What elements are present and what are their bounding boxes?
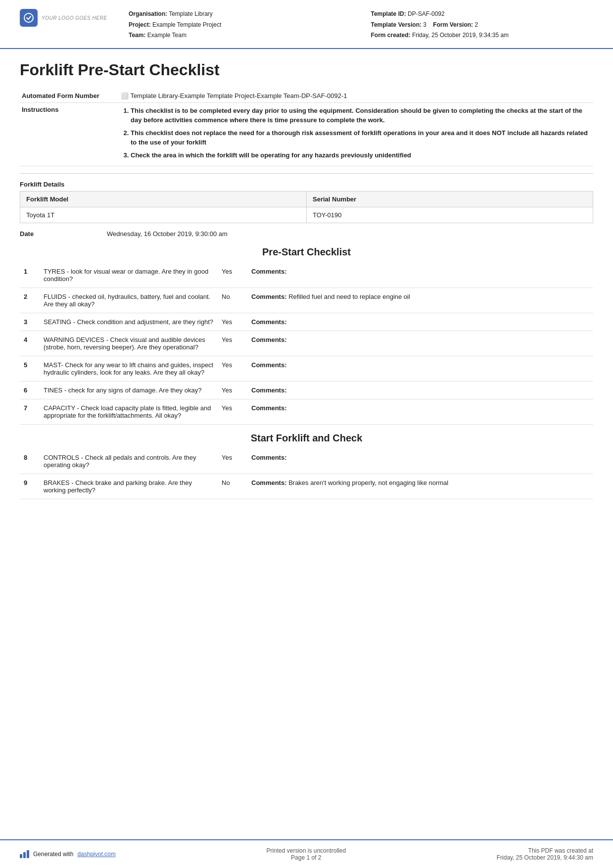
org-line: Organisation: Template Library (129, 9, 351, 20)
automated-form-value: ⬜ Template Library-Example Template Proj… (119, 89, 593, 103)
form-version-value: 2 (474, 21, 478, 28)
form-created-line: Form created: Friday, 25 October 2019, 9… (371, 30, 594, 41)
pre-start-checklist-table: 1 TYRES - look for visual wear or damage… (20, 263, 593, 425)
item-num: 1 (20, 263, 40, 288)
version-line: Template Version: 3 Form Version: 2 (371, 20, 594, 31)
comment-label: Comments: (251, 404, 287, 412)
team-line: Team: Example Team (129, 30, 351, 41)
pre-start-tbody: 1 TYRES - look for visual wear or damage… (20, 263, 593, 425)
item-answer: Yes (218, 449, 247, 474)
item-desc: TYRES - look for visual wear or damage. … (40, 263, 218, 288)
pdf-created-date: Friday, 25 October 2019, 9:44:30 am (497, 854, 593, 861)
header-meta: Organisation: Template Library Project: … (129, 9, 593, 41)
team-value: Example Team (147, 32, 187, 39)
forklift-details-table: Forklift Model Serial Number Toyota 1T T… (20, 191, 593, 223)
header-meta-left: Organisation: Template Library Project: … (129, 9, 351, 41)
comment-label: Comments: (251, 268, 287, 275)
team-label: Team: (129, 32, 145, 39)
item-num: 9 (20, 474, 40, 499)
footer: Generated with dashpivot.com Printed ver… (0, 839, 613, 868)
forklift-data-row: Toyota 1T TOY-0190 (20, 207, 593, 223)
details-header-row: Forklift Model Serial Number (20, 192, 593, 207)
template-version-label: Template Version: (371, 21, 422, 28)
project-line: Project: Example Template Project (129, 20, 351, 31)
org-value: Template Library (169, 10, 213, 17)
project-value: Example Template Project (152, 21, 221, 28)
date-label: Date (20, 230, 99, 238)
checklist-row: 3 SEATING - Check condition and adjustme… (20, 313, 593, 331)
start-forklift-table: 8 CONTROLS - Check all pedals and contro… (20, 449, 593, 499)
checklist-row: 2 FLUIDS - checked oil, hydraulics, batt… (20, 288, 593, 313)
item-num: 6 (20, 382, 40, 399)
item-num: 8 (20, 449, 40, 474)
comment-label: Comments: (251, 454, 287, 461)
item-comment: Comments: (247, 356, 593, 382)
header: YOUR LOGO GOES HERE Organisation: Templa… (0, 0, 613, 49)
checklist-row: 1 TYRES - look for visual wear or damage… (20, 263, 593, 288)
item-num: 5 (20, 356, 40, 382)
template-id-line: Template ID: DP-SAF-0092 (371, 9, 594, 20)
checklist-row: 8 CONTROLS - Check all pedals and contro… (20, 449, 593, 474)
item-desc: TINES - check for any signs of damage. A… (40, 382, 218, 399)
document-title: Forklift Pre-Start Checklist (20, 61, 593, 79)
instruction-2: This checklist does not replace the need… (131, 128, 591, 147)
dashpivot-link[interactable]: dashpivot.com (77, 851, 115, 858)
details-thead: Forklift Model Serial Number (20, 192, 593, 207)
item-desc: WARNING DEVICES - Check visual and audib… (40, 331, 218, 356)
forklift-details-header: Forklift Details (20, 181, 593, 188)
checklist-row: 9 BRAKES - Check brake and parking brake… (20, 474, 593, 499)
item-answer: Yes (218, 356, 247, 382)
checklist-row: 7 CAPACITY - Check load capacity plate i… (20, 399, 593, 425)
template-version-value: 3 (423, 21, 426, 28)
uncontrolled-text: Printed version is uncontrolled (266, 847, 346, 854)
serial-header: Serial Number (307, 192, 593, 207)
instruction-3: Check the area in which the forklift wil… (131, 150, 591, 160)
date-row: Date Wednesday, 16 October 2019, 9:30:00… (20, 230, 593, 238)
item-num: 7 (20, 399, 40, 425)
item-comment: Comments: (247, 263, 593, 288)
checklist-row: 4 WARNING DEVICES - Check visual and aud… (20, 331, 593, 356)
footer-left: Generated with dashpivot.com (20, 850, 116, 858)
item-answer: Yes (218, 382, 247, 399)
item-comment: Comments: (247, 399, 593, 425)
instruction-1: This checklist is to be completed every … (131, 106, 591, 125)
checklist-row: 5 MAST- Check for any wear to lift chain… (20, 356, 593, 382)
divider-1 (20, 173, 593, 174)
item-answer: Yes (218, 313, 247, 331)
header-meta-right: Template ID: DP-SAF-0092 Template Versio… (371, 9, 594, 41)
form-created-value: Friday, 25 October 2019, 9:34:35 am (412, 32, 509, 39)
template-id-value: DP-SAF-0092 (408, 10, 445, 17)
page-text: Page 1 of 2 (266, 854, 346, 861)
item-comment: Comments: (247, 313, 593, 331)
item-comment: Comments: Refilled fuel and need to repl… (247, 288, 593, 313)
item-answer: Yes (218, 331, 247, 356)
start-forklift-tbody: 8 CONTROLS - Check all pedals and contro… (20, 449, 593, 499)
svg-point-0 (24, 13, 33, 22)
bar-1 (20, 854, 22, 858)
comment-label: Comments: (251, 318, 287, 326)
instructions-row: Instructions This checklist is to be com… (20, 102, 593, 166)
item-num: 3 (20, 313, 40, 331)
project-label: Project: (129, 21, 151, 28)
item-desc: MAST- Check for any wear to lift chains … (40, 356, 218, 382)
logo-area: YOUR LOGO GOES HERE (20, 9, 109, 27)
model-header: Forklift Model (20, 192, 307, 207)
bar-2 (23, 852, 26, 858)
item-desc: SEATING - Check condition and adjustment… (40, 313, 218, 331)
comment-label: Comments: (251, 361, 287, 369)
meta-table: Automated Form Number ⬜ Template Library… (20, 89, 593, 167)
item-comment: Comments: (247, 382, 593, 399)
item-comment: Comments: Brakes aren't working properly… (247, 474, 593, 499)
item-comment: Comments: (247, 331, 593, 356)
footer-center: Printed version is uncontrolled Page 1 o… (266, 847, 346, 861)
footer-right: This PDF was created at Friday, 25 Octob… (497, 847, 593, 861)
item-desc: CONTROLS - Check all pedals and controls… (40, 449, 218, 474)
org-label: Organisation: (129, 10, 167, 17)
serial-number-value: TOY-0190 (307, 207, 593, 223)
footer-logo-bars (20, 850, 29, 858)
forklift-model-value: Toyota 1T (20, 207, 307, 223)
checklist-row: 6 TINES - check for any signs of damage.… (20, 382, 593, 399)
item-answer: No (218, 474, 247, 499)
page: YOUR LOGO GOES HERE Organisation: Templa… (0, 0, 613, 868)
automated-form-row: Automated Form Number ⬜ Template Library… (20, 89, 593, 103)
